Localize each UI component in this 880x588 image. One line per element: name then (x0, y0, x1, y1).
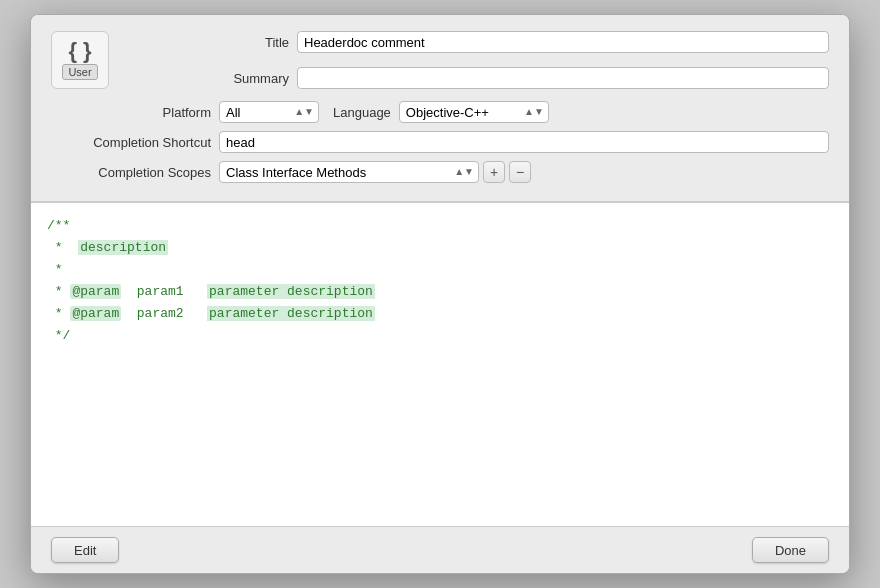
code-line: /** (47, 215, 833, 237)
shortcut-row: Completion Shortcut (51, 131, 829, 153)
code-editor[interactable]: /** * description * * @param param1 para… (31, 202, 849, 527)
scopes-controls: Class Interface Methods Top Level Functi… (219, 161, 531, 183)
snippet-editor-dialog: { } User Title Summary Platform (30, 14, 850, 574)
summary-row: Summary (129, 67, 829, 89)
scopes-select-wrapper: Class Interface Methods Top Level Functi… (219, 161, 479, 183)
form-area: { } User Title Summary Platform (31, 15, 849, 202)
braces-icon: { } (68, 40, 91, 62)
code-line: * @param param1 parameter description (47, 281, 833, 303)
user-icon-label: User (62, 64, 97, 80)
platform-row: Platform All iOS macOS tvOS watchOS ▲▼ L… (51, 101, 829, 123)
code-line: * description (47, 237, 833, 259)
code-line: * @param param2 parameter description (47, 303, 833, 325)
scopes-label: Completion Scopes (51, 165, 211, 180)
title-label: Title (129, 35, 289, 50)
edit-button[interactable]: Edit (51, 537, 119, 563)
remove-scope-button[interactable]: − (509, 161, 531, 183)
platform-select[interactable]: All iOS macOS tvOS watchOS (219, 101, 319, 123)
add-scope-button[interactable]: + (483, 161, 505, 183)
language-select-wrapper: Objective-C++ Swift C C++ Objective-C ▲▼ (399, 101, 549, 123)
language-label: Language (333, 105, 391, 120)
summary-input[interactable] (297, 67, 829, 89)
platform-label: Platform (51, 105, 211, 120)
shortcut-input[interactable] (219, 131, 829, 153)
scopes-row: Completion Scopes Class Interface Method… (51, 161, 829, 183)
user-icon-wrapper: { } User (51, 31, 109, 89)
footer-bar: Edit Done (31, 527, 849, 573)
shortcut-label: Completion Shortcut (51, 135, 211, 150)
code-line: * (47, 259, 833, 281)
code-line: */ (47, 325, 833, 347)
header-row: { } User Title Summary (51, 31, 829, 97)
title-input[interactable] (297, 31, 829, 53)
done-button[interactable]: Done (752, 537, 829, 563)
platform-select-wrapper: All iOS macOS tvOS watchOS ▲▼ (219, 101, 319, 123)
scopes-select[interactable]: Class Interface Methods Top Level Functi… (219, 161, 479, 183)
summary-label: Summary (129, 71, 289, 86)
title-row: Title (129, 31, 829, 53)
header-fields: Title Summary (129, 31, 829, 97)
user-icon[interactable]: { } User (51, 31, 109, 89)
language-select[interactable]: Objective-C++ Swift C C++ Objective-C (399, 101, 549, 123)
